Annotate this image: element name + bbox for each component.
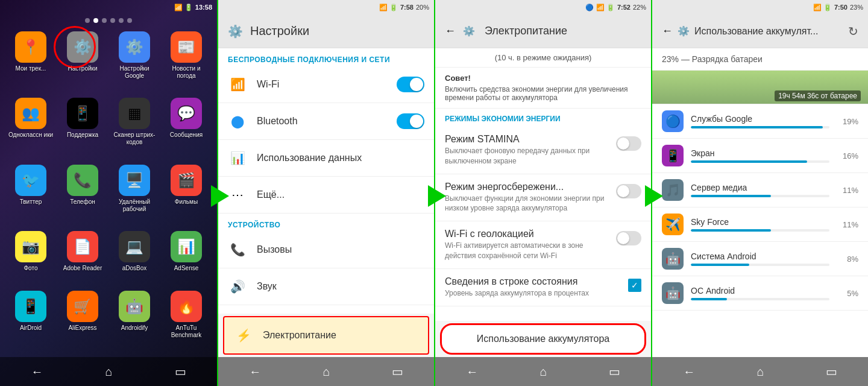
settings-item-more[interactable]: ⋯ Ещё... [218, 177, 434, 214]
power-item-stamina[interactable]: Режим STAMINA Выключает фоновую передачу… [435, 127, 651, 174]
app-adobe[interactable]: 📄 Adobe Reader [59, 231, 106, 285]
android-system-percent: 8% [837, 255, 858, 264]
settings-item-bluetooth[interactable]: ⬤ Bluetooth [218, 103, 434, 140]
recents-button-battery[interactable]: ▭ [826, 364, 837, 379]
tip-box: Совет! Включить средства экономии энерги… [435, 68, 651, 108]
home-screen: 📶 🔋 13:58 📍 Мои трек... ⚙️ Настройки ⚙️ … [0, 0, 217, 386]
wifi-geo-toggle[interactable] [616, 231, 641, 245]
battery-app-skyforce[interactable]: ✈️ Sky Force 11% [652, 207, 868, 242]
battery-app-list: 🔵 Службы Google 19% 📱 Экран 16% 🎵 [652, 104, 868, 357]
settings-title: Настройки [250, 24, 309, 38]
battery-percent-battery: 23% [850, 4, 863, 11]
battery-app-android-os[interactable]: 🤖 ОС Android 5% [652, 276, 868, 311]
home-button-settings[interactable]: ⌂ [322, 365, 330, 379]
back-icon-battery[interactable]: ← [662, 25, 673, 37]
battery-app-media[interactable]: 🎵 Сервер медиа 11% [652, 173, 868, 207]
power-item-saving[interactable]: Режим энергосбережени... Выключает функц… [435, 174, 651, 222]
android-os-percent: 5% [837, 289, 858, 298]
power-item-status[interactable]: Сведения в строке состояния Уровень заря… [435, 269, 651, 306]
app-dosbox[interactable]: 💻 aDosBox [111, 231, 158, 285]
settings-item-display[interactable]: 🖥️ Дисплей [218, 305, 434, 314]
app-films[interactable]: 🎬 Фильмы [163, 165, 210, 226]
android-system-bar [691, 264, 829, 266]
app-icon-news: 📰 [171, 31, 202, 63]
tip-title: Совет! [445, 74, 641, 83]
wifi-toggle[interactable] [397, 77, 424, 92]
app-antutu[interactable]: 🔥 AnTuTu Benchmark [163, 291, 210, 352]
app-icon-androidify: 🤖 [119, 291, 150, 322]
power-screen: 🔵 📶 🔋 7:52 22% ← ⚙️ Электропитание (10 ч… [434, 0, 651, 386]
app-news[interactable]: 📰 Новости и погода [163, 31, 210, 93]
back-button-power[interactable]: ← [466, 365, 478, 379]
screen-name: Экран [691, 148, 829, 158]
status-checkbox[interactable]: ✓ [628, 279, 641, 292]
settings-item-calls[interactable]: 📞 Вызовы [218, 232, 434, 268]
google-services-bar-fill [691, 126, 823, 128]
nav-bar-battery: ← ⌂ ▭ [652, 357, 868, 386]
back-icon-power[interactable]: ← [445, 25, 456, 37]
app-icon-messages: 💬 [171, 98, 202, 129]
app-aliexpress[interactable]: 🛒 AliExpress [59, 291, 106, 352]
data-usage-label: Использование данных [257, 153, 424, 163]
android-os-name: ОС Android [691, 286, 829, 296]
home-button-battery[interactable]: ⌂ [756, 365, 764, 379]
screen-info: Экран [691, 148, 829, 163]
battery-header: ← ⚙️ Использование аккумулят... ↻ [652, 14, 868, 48]
dot-3[interactable] [110, 18, 115, 23]
media-percent: 11% [837, 186, 858, 195]
dot-0[interactable] [85, 18, 90, 23]
app-phone[interactable]: 📞 Телефон [59, 165, 106, 226]
app-support[interactable]: 📱 Поддержка [59, 98, 106, 159]
stamina-toggle[interactable] [616, 136, 641, 151]
settings-item-sound[interactable]: 🔊 Звук [218, 268, 434, 305]
app-settings[interactable]: ⚙️ Настройки [59, 31, 106, 93]
app-odnoklassniki[interactable]: 👥 Одноклассн ики [7, 98, 54, 159]
app-icon-adobe: 📄 [67, 231, 98, 262]
battery-app-google-services[interactable]: 🔵 Службы Google 19% [652, 104, 868, 139]
stamina-title: Режим STAMINA [445, 134, 611, 145]
power-item-wifi-geo[interactable]: Wi-Fi с геолокацией Wi-Fi активируется а… [435, 221, 651, 269]
app-airdroid[interactable]: 📱 AirDroid [7, 291, 54, 352]
dot-5[interactable] [127, 18, 132, 23]
back-button-settings[interactable]: ← [249, 365, 261, 379]
dot-2[interactable] [102, 18, 107, 23]
app-adsense[interactable]: 📊 AdSense [163, 231, 210, 285]
settings-item-wifi[interactable]: 📶 Wi-Fi [218, 66, 434, 103]
app-barcode[interactable]: ▦ Сканер штрих-кодов [111, 98, 158, 159]
app-twitter[interactable]: 🐦 Твиттер [7, 165, 54, 226]
home-button-home[interactable]: ⌂ [105, 365, 112, 379]
dot-4[interactable] [119, 18, 124, 23]
home-button-power[interactable]: ⌂ [539, 365, 547, 379]
more-label: Ещё... [257, 189, 424, 200]
battery-usage-item[interactable]: Использование аккумулятора [440, 323, 646, 355]
app-messages[interactable]: 💬 Сообщения [163, 98, 210, 159]
arrow-2 [428, 185, 446, 207]
saving-toggle[interactable] [616, 184, 641, 198]
back-button-home[interactable]: ← [31, 365, 43, 379]
back-button-battery[interactable]: ← [683, 365, 695, 379]
google-services-bar [691, 126, 829, 128]
recents-button-power[interactable]: ▭ [609, 364, 620, 379]
app-icon-antutu: 🔥 [171, 291, 202, 322]
app-photo[interactable]: 📷 Фото [7, 231, 54, 285]
app-androidify[interactable]: 🤖 Androidify [111, 291, 158, 352]
app-remote[interactable]: 🖥️ Удалённый рабочий [111, 165, 158, 226]
app-google-settings[interactable]: ⚙️ Настройки Google [111, 31, 158, 93]
recents-button-home[interactable]: ▭ [175, 364, 186, 379]
screen-icon: 📱 [662, 145, 684, 166]
dot-1[interactable] [93, 18, 98, 23]
stamina-desc: Выключает фоновую передачу данных при вы… [445, 146, 611, 166]
battery-app-screen[interactable]: 📱 Экран 16% [652, 139, 868, 173]
app-my-tracks[interactable]: 📍 Мои трек... [7, 31, 54, 93]
refresh-icon[interactable]: ↻ [848, 24, 858, 39]
settings-item-data-usage[interactable]: 📊 Использование данных [218, 140, 434, 177]
recents-button-settings[interactable]: ▭ [392, 364, 403, 379]
settings-item-power[interactable]: ⚡ Электропитание [223, 316, 429, 355]
status-icons-home: 📶 🔋 [174, 4, 193, 11]
app-icon-settings: ⚙️ [67, 31, 98, 63]
battery-app-android-system[interactable]: 🤖 Система Android 8% [652, 242, 868, 276]
section-header-device: УСТРОЙСТВО [218, 214, 434, 232]
app-icon-twitter: 🐦 [15, 165, 46, 196]
bluetooth-toggle[interactable] [397, 113, 424, 129]
arrow-1 [211, 185, 229, 207]
